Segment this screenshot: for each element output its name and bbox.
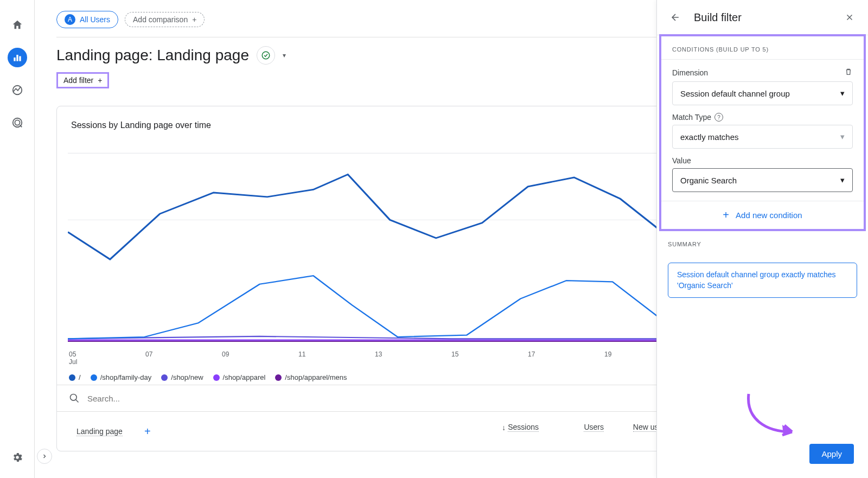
home-icon[interactable] xyxy=(8,15,27,35)
build-filter-panel: Build filter CONDITIONS (BUILD UP TO 5) … xyxy=(656,0,868,478)
legend-label: /shop/apparel/mens xyxy=(285,373,347,381)
legend-item[interactable]: /shop/new xyxy=(161,373,203,381)
value-value: Organic Search xyxy=(680,176,737,185)
legend-dot-icon xyxy=(275,374,282,381)
explore-icon[interactable] xyxy=(8,113,27,132)
advertising-icon[interactable] xyxy=(8,80,27,100)
back-icon[interactable] xyxy=(668,10,683,25)
legend-label: /shop/family-day xyxy=(100,373,152,381)
match-type-value: exactly matches xyxy=(680,132,739,142)
value-label: Value xyxy=(672,156,853,165)
svg-rect-1 xyxy=(16,55,18,61)
legend-dot-icon xyxy=(161,374,168,381)
check-badge-icon[interactable] xyxy=(257,46,275,65)
th-landing-page[interactable]: Landing page + xyxy=(68,417,455,445)
sort-down-icon: ↓ xyxy=(502,423,506,432)
close-icon[interactable] xyxy=(842,10,857,25)
search-icon xyxy=(69,393,80,404)
add-dimension-icon[interactable]: + xyxy=(144,425,151,438)
nav-rail xyxy=(0,0,35,478)
caret-down-icon: ▾ xyxy=(840,175,845,185)
svg-point-4 xyxy=(15,120,20,125)
caret-down-icon: ▾ xyxy=(840,132,845,142)
summary-section-label: SUMMARY xyxy=(657,231,868,254)
all-users-pill[interactable]: A All Users xyxy=(56,11,118,28)
reports-icon[interactable] xyxy=(8,48,27,67)
match-type-label: Match Type ? xyxy=(672,113,853,122)
all-users-badge: A xyxy=(65,14,75,25)
add-comparison-label: Add comparison xyxy=(133,15,188,24)
x-tick: 13 xyxy=(375,350,451,358)
add-comparison-pill[interactable]: Add comparison + xyxy=(125,12,205,27)
dimension-label: Dimension xyxy=(672,68,844,77)
legend-dot-icon xyxy=(213,374,220,381)
svg-rect-2 xyxy=(19,56,21,61)
add-filter-button[interactable]: Add filter + xyxy=(56,72,109,88)
legend-dot-icon xyxy=(91,374,97,381)
svg-point-9 xyxy=(71,394,77,401)
legend-item[interactable]: /shop/family-day xyxy=(91,373,152,381)
all-users-label: All Users xyxy=(80,15,110,24)
x-tick: 11 xyxy=(298,350,375,358)
help-icon[interactable]: ? xyxy=(714,113,723,122)
add-condition-label: Add new condition xyxy=(736,211,802,220)
value-select[interactable]: Organic Search ▾ xyxy=(672,168,853,192)
summary-pill: Session default channel group exactly ma… xyxy=(668,263,857,298)
settings-icon[interactable] xyxy=(8,448,27,467)
panel-title: Build filter xyxy=(694,11,831,24)
conditions-wrap: CONDITIONS (BUILD UP TO 5) Dimension Ses… xyxy=(659,34,866,231)
page-title: Landing page: Landing page xyxy=(56,47,249,64)
apply-button[interactable]: Apply xyxy=(809,444,854,464)
add-filter-label: Add filter xyxy=(63,76,93,85)
conditions-section-label: CONDITIONS (BUILD UP TO 5) xyxy=(661,36,864,59)
legend-item[interactable]: / xyxy=(69,373,81,381)
dimension-select[interactable]: Session default channel group ▾ xyxy=(672,81,853,105)
legend-label: /shop/new xyxy=(171,373,203,381)
x-tick: 17 xyxy=(528,350,604,358)
annotation-arrow-icon xyxy=(743,391,803,442)
x-tick: 05 xyxy=(69,350,145,358)
panel-header: Build filter xyxy=(657,0,868,35)
dimension-value: Session default channel group xyxy=(680,89,790,98)
delete-icon[interactable] xyxy=(844,67,853,78)
legend-item[interactable]: /shop/apparel xyxy=(213,373,266,381)
plus-icon: + xyxy=(98,76,102,85)
caret-down-icon: ▾ xyxy=(840,88,845,98)
x-tick: 07 xyxy=(145,350,222,358)
condition-block: Dimension Session default channel group … xyxy=(661,59,864,201)
svg-point-6 xyxy=(262,52,270,59)
legend-label: /shop/apparel xyxy=(223,373,266,381)
add-new-condition-button[interactable]: + Add new condition xyxy=(661,201,864,229)
match-type-select[interactable]: exactly matches ▾ xyxy=(672,125,853,149)
plus-icon: + xyxy=(192,15,196,24)
legend-item[interactable]: /shop/apparel/mens xyxy=(275,373,347,381)
legend-label: / xyxy=(79,373,81,381)
x-tick: 09 xyxy=(222,350,298,358)
x-tick: 15 xyxy=(451,350,528,358)
svg-rect-0 xyxy=(14,58,15,61)
plus-icon: + xyxy=(723,209,729,221)
th-sessions[interactable]: ↓Sessions xyxy=(455,417,547,445)
legend-dot-icon xyxy=(69,374,75,381)
chevron-down-icon[interactable]: ▾ xyxy=(283,52,286,59)
th-users[interactable]: Users xyxy=(547,417,612,445)
